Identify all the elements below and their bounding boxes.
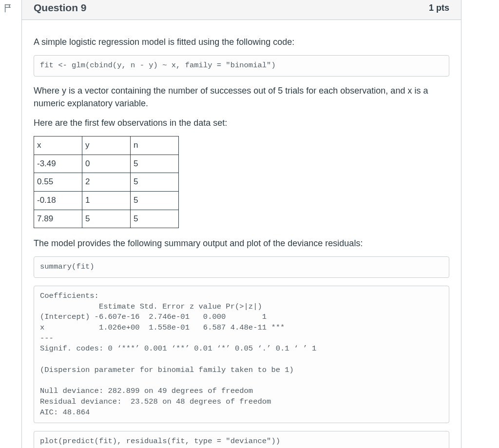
cell: 0.55: [34, 173, 82, 192]
question-panel: Question 9 1 pts A simple logistic regre…: [21, 0, 461, 448]
paragraph-where: Where y is a vector containing the numbe…: [34, 84, 449, 110]
col-y: y: [82, 136, 131, 155]
table-row: 7.89 5 5: [34, 210, 179, 228]
cell: -0.18: [34, 191, 82, 210]
question-header: Question 9 1 pts: [22, 0, 461, 20]
cell: 5: [131, 210, 179, 228]
question-title: Question 9: [34, 2, 87, 14]
code-block-summary-output: Coefficients: Estimate Std. Error z valu…: [34, 286, 449, 423]
intro-text: A simple logistic regression model is fi…: [34, 36, 449, 48]
table-row: -3.49 0 5: [34, 155, 179, 173]
flag-icon[interactable]: [3, 3, 14, 14]
data-table: x y n -3.49 0 5 0.55 2 5: [34, 136, 179, 228]
cell: 7.89: [34, 210, 82, 228]
quiz-question-page: Question 9 1 pts A simple logistic regre…: [0, 0, 499, 448]
col-n: n: [131, 136, 179, 155]
cell: 5: [131, 173, 179, 192]
question-points: 1 pts: [429, 3, 449, 13]
cell: 2: [82, 173, 131, 192]
code-block-plot: plot(predict(fit), residuals(fit, type =…: [34, 431, 449, 448]
table-row: -0.18 1 5: [34, 191, 179, 210]
cell: 5: [131, 155, 179, 173]
code-block-fit: fit <- glm(cbind(y, n - y) ~ x, family =…: [34, 55, 449, 77]
code-block-summary-call: summary(fit): [34, 256, 449, 278]
paragraph-summary-intro: The model provides the following summary…: [34, 237, 449, 250]
paragraph-data-intro: Here are the first few observations in t…: [34, 117, 449, 129]
cell: 0: [82, 155, 131, 173]
cell: 5: [131, 191, 179, 210]
cell: 5: [82, 210, 131, 228]
question-body: A simple logistic regression model is fi…: [22, 20, 461, 448]
cell: -3.49: [34, 155, 82, 173]
col-x: x: [34, 136, 82, 155]
table-row: 0.55 2 5: [34, 173, 179, 192]
cell: 1: [82, 191, 131, 210]
table-header-row: x y n: [34, 136, 179, 155]
